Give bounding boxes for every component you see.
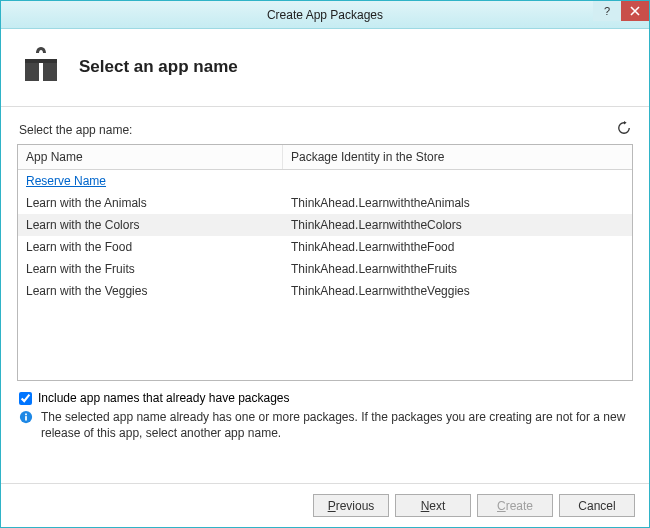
include-checkbox-label[interactable]: Include app names that already have pack… bbox=[38, 391, 290, 405]
app-name-cell: Learn with the Fruits bbox=[18, 262, 283, 276]
package-identity-cell: ThinkAhead.LearnwiththeAnimals bbox=[283, 196, 632, 210]
svg-rect-2 bbox=[25, 59, 57, 63]
package-identity-cell: ThinkAhead.LearnwiththeFood bbox=[283, 240, 632, 254]
refresh-icon bbox=[617, 121, 631, 135]
svg-rect-4 bbox=[25, 416, 27, 420]
info-icon bbox=[19, 409, 33, 427]
content-area: Select the app name: App Name Package Id… bbox=[1, 121, 649, 441]
header: Select an app name bbox=[1, 29, 649, 107]
close-button[interactable] bbox=[621, 1, 649, 21]
app-name-cell: Learn with the Colors bbox=[18, 218, 283, 232]
package-identity-cell: ThinkAhead.LearnwiththeColors bbox=[283, 218, 632, 232]
app-name-cell: Learn with the Food bbox=[18, 240, 283, 254]
footer: Previous Next Create Cancel bbox=[1, 483, 649, 527]
table-row[interactable]: Learn with the AnimalsThinkAhead.Learnwi… bbox=[18, 192, 632, 214]
include-checkbox-row: Include app names that already have pack… bbox=[19, 391, 631, 405]
table-row[interactable]: Learn with the ColorsThinkAhead.Learnwit… bbox=[18, 214, 632, 236]
previous-button[interactable]: Previous bbox=[313, 494, 389, 517]
titlebar-buttons: ? bbox=[593, 1, 649, 21]
next-button[interactable]: Next bbox=[395, 494, 471, 517]
create-button[interactable]: Create bbox=[477, 494, 553, 517]
app-name-cell: Learn with the Animals bbox=[18, 196, 283, 210]
reserve-name-row[interactable]: Reserve Name bbox=[18, 170, 632, 192]
table-row[interactable]: Learn with the FruitsThinkAhead.Learnwit… bbox=[18, 258, 632, 280]
cancel-button[interactable]: Cancel bbox=[559, 494, 635, 517]
table-header: App Name Package Identity in the Store bbox=[18, 145, 632, 170]
prompt-label: Select the app name: bbox=[19, 123, 132, 137]
page-title: Select an app name bbox=[79, 57, 238, 77]
include-checkbox[interactable] bbox=[19, 392, 32, 405]
help-button[interactable]: ? bbox=[593, 1, 621, 21]
package-identity-cell: ThinkAhead.LearnwiththeVeggies bbox=[283, 284, 632, 298]
close-icon bbox=[630, 6, 640, 16]
table-body: Reserve Name Learn with the AnimalsThink… bbox=[18, 170, 632, 380]
info-text: The selected app name already has one or… bbox=[41, 409, 631, 441]
table-row[interactable]: Learn with the FoodThinkAhead.Learnwitht… bbox=[18, 236, 632, 258]
info-row: The selected app name already has one or… bbox=[19, 409, 631, 441]
package-identity-cell: ThinkAhead.LearnwiththeFruits bbox=[283, 262, 632, 276]
titlebar[interactable]: Create App Packages ? bbox=[1, 1, 649, 29]
app-name-cell: Learn with the Veggies bbox=[18, 284, 283, 298]
col-package-identity[interactable]: Package Identity in the Store bbox=[283, 145, 632, 169]
app-name-table: App Name Package Identity in the Store R… bbox=[17, 144, 633, 381]
svg-rect-5 bbox=[25, 414, 27, 416]
reserve-name-link[interactable]: Reserve Name bbox=[26, 174, 106, 188]
package-icon bbox=[21, 45, 61, 88]
refresh-button[interactable] bbox=[617, 121, 631, 138]
titlebar-text: Create App Packages bbox=[267, 8, 383, 22]
table-row[interactable]: Learn with the VeggiesThinkAhead.Learnwi… bbox=[18, 280, 632, 302]
col-app-name[interactable]: App Name bbox=[18, 145, 283, 169]
